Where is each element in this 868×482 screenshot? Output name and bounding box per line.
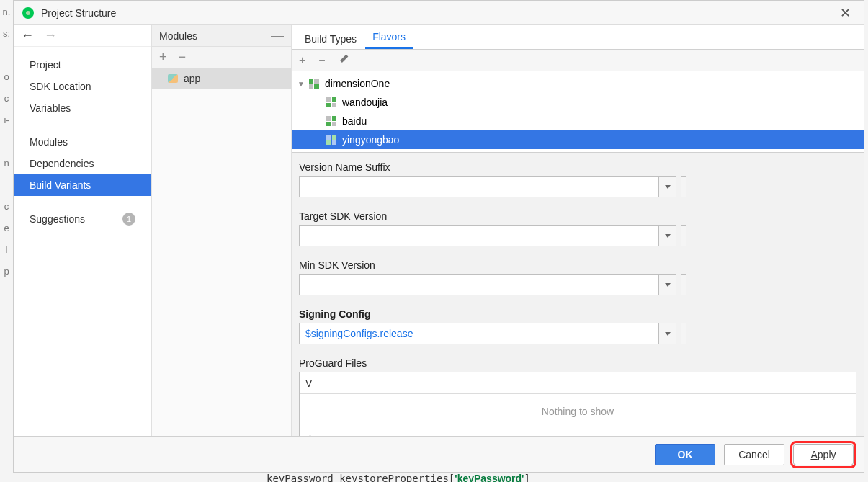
- field-label: Target SDK Version: [299, 210, 856, 222]
- nav-project[interactable]: Project: [14, 54, 151, 76]
- forward-arrow-icon[interactable]: →: [44, 28, 57, 43]
- combo-signing-config: $signingConfigs.release: [299, 323, 856, 344]
- proguard-side: + −: [300, 429, 320, 436]
- nav-dependencies[interactable]: Dependencies: [14, 153, 151, 174]
- combo-min-sdk: [299, 274, 856, 295]
- field-label: Min SDK Version: [299, 259, 856, 271]
- dropdown-icon[interactable]: [659, 176, 676, 197]
- proguard-add-icon[interactable]: +: [300, 429, 320, 436]
- flavor-toolbar: + −: [292, 50, 864, 71]
- nav-sdk-location[interactable]: SDK Location: [14, 76, 151, 97]
- background-code-fragment: keyPassword keystoreProperties['keyPassw…: [267, 473, 530, 482]
- combo-target-sdk: [299, 225, 856, 246]
- proguard-empty-text: Nothing to show: [300, 394, 856, 429]
- minimize-icon[interactable]: —: [271, 28, 284, 43]
- tab-label: Flavors: [372, 31, 406, 43]
- field-proguard: ProGuard Files V Nothing to show + −: [299, 357, 856, 436]
- nav-history: ← →: [14, 25, 151, 47]
- nav-build-variants[interactable]: Build Variants: [14, 174, 151, 196]
- field-signing-config: Signing Config $signingConfigs.release: [299, 308, 856, 344]
- history-icon[interactable]: [681, 323, 686, 344]
- history-icon[interactable]: [681, 274, 686, 295]
- apply-button[interactable]: Apply: [793, 444, 854, 465]
- nav-label: SDK Location: [30, 81, 91, 92]
- button-label: Apply: [810, 449, 836, 460]
- expand-icon[interactable]: ▼: [297, 80, 305, 88]
- flavor-icon: [326, 135, 336, 145]
- cancel-button[interactable]: Cancel: [724, 444, 784, 465]
- tab-label: Build Types: [305, 33, 357, 45]
- nav-label: Build Variants: [30, 179, 91, 191]
- flavor-baidu[interactable]: baidu: [292, 112, 864, 130]
- dropdown-icon[interactable]: [659, 274, 676, 295]
- tree-label: wandoujia: [342, 97, 388, 108]
- left-nav: ← → Project SDK Location Variables Modul…: [14, 25, 152, 436]
- history-icon[interactable]: [681, 176, 686, 197]
- module-label: app: [184, 73, 200, 84]
- module-app[interactable]: app: [152, 68, 291, 89]
- back-arrow-icon[interactable]: ←: [21, 28, 34, 43]
- content-panel: Build Types Flavors + − ▼ dimensionOne w…: [292, 25, 864, 436]
- edit-icon[interactable]: [339, 54, 349, 67]
- proguard-box: V Nothing to show + −: [299, 372, 856, 436]
- button-label: OK: [678, 449, 693, 460]
- android-studio-icon: [22, 7, 34, 19]
- history-icon[interactable]: [681, 225, 686, 246]
- combo-input[interactable]: [299, 176, 659, 197]
- nav-list: Project SDK Location Variables Modules D…: [14, 47, 151, 230]
- field-label: ProGuard Files: [299, 357, 856, 369]
- remove-icon[interactable]: −: [318, 54, 325, 67]
- flavor-dimension-one[interactable]: ▼ dimensionOne: [292, 74, 864, 93]
- nav-label: Variables: [30, 102, 71, 114]
- combo-input[interactable]: [299, 274, 659, 295]
- nav-label: Modules: [30, 136, 68, 148]
- nav-variables[interactable]: Variables: [14, 97, 151, 119]
- suggestions-badge: 1: [122, 213, 135, 226]
- tree-label: yingyongbao: [342, 134, 399, 146]
- tabs: Build Types Flavors: [292, 25, 864, 50]
- field-target-sdk: Target SDK Version: [299, 210, 856, 246]
- tab-flavors[interactable]: Flavors: [365, 27, 413, 49]
- nav-label: Suggestions: [30, 213, 85, 225]
- proguard-main: V Nothing to show: [300, 372, 856, 429]
- flavor-wandoujia[interactable]: wandoujia: [292, 93, 864, 112]
- module-icon: [168, 74, 178, 83]
- modules-toolbar: + −: [152, 47, 291, 68]
- modules-header: Modules —: [152, 25, 291, 47]
- add-module-icon[interactable]: +: [159, 50, 167, 65]
- button-label: Cancel: [738, 449, 770, 460]
- tree-label: baidu: [342, 115, 367, 127]
- nav-separator: [24, 125, 141, 125]
- dropdown-icon[interactable]: [659, 323, 676, 344]
- window-title: Project Structure: [41, 7, 116, 19]
- tree-label: dimensionOne: [325, 78, 390, 89]
- flavor-yingyongbao[interactable]: yingyongbao: [292, 130, 864, 149]
- combo-version-name-suffix: [299, 176, 856, 197]
- nav-modules[interactable]: Modules: [14, 131, 151, 153]
- flavor-icon: [326, 116, 336, 126]
- background-editor-fragment: n.s: oci- n celp: [0, 0, 13, 282]
- flavor-icon: [326, 97, 336, 107]
- nav-separator: [24, 202, 141, 202]
- dropdown-icon[interactable]: [659, 225, 676, 246]
- combo-input[interactable]: [299, 225, 659, 246]
- close-icon[interactable]: ✕: [836, 5, 855, 21]
- dialog-body: ← → Project SDK Location Variables Modul…: [14, 25, 864, 436]
- project-structure-dialog: Project Structure ✕ ← → Project SDK Loca…: [13, 0, 864, 473]
- flavor-tree: ▼ dimensionOne wandoujia baidu yingyongb…: [292, 71, 864, 152]
- flavor-icon: [309, 79, 319, 89]
- nav-label: Dependencies: [30, 158, 94, 169]
- flavor-form: Version Name Suffix Target SDK Version: [292, 152, 864, 436]
- add-icon[interactable]: +: [299, 54, 305, 67]
- field-label: Version Name Suffix: [299, 161, 856, 173]
- remove-module-icon[interactable]: −: [179, 50, 187, 65]
- tab-build-types[interactable]: Build Types: [297, 29, 364, 49]
- field-label: Signing Config: [299, 308, 856, 320]
- proguard-input[interactable]: V: [300, 372, 856, 394]
- modules-header-label: Modules: [159, 30, 197, 42]
- combo-input[interactable]: $signingConfigs.release: [299, 323, 659, 344]
- nav-label: Project: [30, 59, 61, 71]
- field-version-name-suffix: Version Name Suffix: [299, 161, 856, 197]
- nav-suggestions[interactable]: Suggestions 1: [14, 208, 151, 230]
- ok-button[interactable]: OK: [655, 444, 715, 465]
